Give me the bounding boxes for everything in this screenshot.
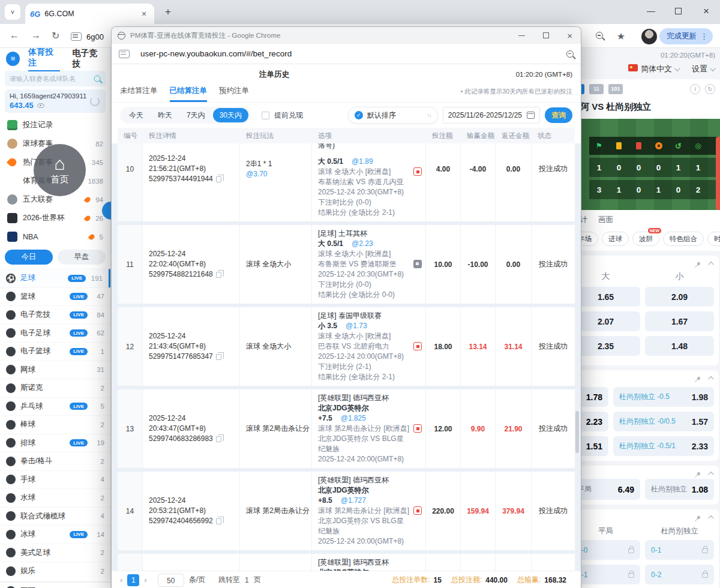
back-icon[interactable]: ← [10, 30, 19, 41]
copy-icon[interactable] [216, 518, 221, 524]
sidebar-sport-足球[interactable]: ⚽足球LIVE191 [0, 269, 110, 287]
odds-draw[interactable]: 平局6.49 [576, 479, 640, 500]
bookmark-star-icon[interactable]: ★ [617, 31, 625, 42]
score-odds-button[interactable]: 0-2 [645, 565, 714, 584]
reload-icon[interactable]: ↻ [52, 30, 59, 41]
next-page-button[interactable]: › [144, 575, 146, 584]
sidebar-sport-排球[interactable]: 排球LIVE19 [0, 434, 110, 452]
sidebar-sport-棒球[interactable]: 棒球2 [0, 415, 110, 434]
market-type-icon-2[interactable]: 101 [608, 84, 623, 94]
browser-tab[interactable]: 6G 6G.COM × [25, 4, 154, 24]
page-number-button[interactable]: 1 [127, 574, 139, 586]
panel-tab-画面[interactable]: 画面 [598, 215, 613, 225]
quick-filter-今天[interactable]: 今天 [122, 108, 150, 122]
early-cashout-checkbox[interactable] [262, 112, 269, 119]
day-tab-今日[interactable]: 今日 [5, 250, 53, 265]
copy-icon[interactable] [216, 176, 221, 182]
live-stream-icon[interactable] [413, 260, 422, 268]
sidebar-sport-斯诺克[interactable]: 斯诺克2 [0, 379, 110, 397]
eye-icon[interactable] [37, 103, 44, 108]
scrollbar-thumb[interactable] [575, 411, 579, 453]
tab-close-icon[interactable]: × [139, 9, 149, 19]
odds-button[interactable]: 1.67 [645, 311, 714, 331]
address-bar[interactable]: 6g00 [71, 29, 104, 44]
league-search-input[interactable]: 请输入联赛名或球队名 [5, 71, 106, 86]
sidebar-item-NBA[interactable]: NBA5 [0, 227, 110, 246]
day-tab-早盘[interactable]: 早盘 [58, 250, 106, 265]
refresh-icon[interactable]: ↻ [705, 84, 715, 94]
market-pill-进球[interactable]: 进球 [602, 232, 629, 246]
record-tab-已结算注单[interactable]: 已结算注单 [170, 86, 208, 102]
copy-icon[interactable] [216, 436, 221, 442]
market-pill-特色组合[interactable]: 特色组合 [663, 232, 704, 246]
odds-button[interactable]: 杜尚别独立 -0/0.51.57 [613, 412, 714, 431]
copy-icon[interactable] [216, 354, 221, 360]
sidebar-sport-水球[interactable]: 水球2 [0, 488, 110, 507]
odds-button[interactable]: 2.35 [576, 336, 640, 356]
zoom-out-icon[interactable] [566, 50, 574, 58]
sidebar-sport-拳击/格斗[interactable]: 拳击/格斗2 [0, 452, 110, 470]
home-float-button[interactable]: ⌂ 首页 [34, 144, 86, 196]
prev-page-button[interactable]: ‹ [120, 575, 122, 584]
odds-button[interactable]: 2.07 [576, 311, 640, 331]
collapse-icon[interactable] [708, 471, 714, 477]
language-selector[interactable]: 简体中文 [628, 64, 679, 74]
odds-team[interactable]: 杜尚别独立1.08 [645, 479, 714, 500]
record-tab-预约注单[interactable]: 预约注单 [219, 86, 249, 100]
promo-scroll-widget[interactable] [716, 137, 720, 210]
market-pill-时间[interactable]: 时间 [707, 232, 720, 246]
zoom-out-icon[interactable] [596, 32, 603, 39]
window-close-button[interactable]: × [703, 5, 709, 17]
popup-minimize-button[interactable] [518, 35, 525, 36]
search-icon[interactable] [94, 76, 101, 82]
score-odds-button[interactable]: 1-1 [576, 565, 640, 584]
calendar-icon[interactable] [527, 112, 535, 119]
sort-dropdown[interactable]: ✓ 默认排序 ↑↓ [348, 107, 438, 124]
pin-icon[interactable] [697, 376, 701, 380]
odds-button[interactable]: 2.09 [645, 287, 714, 307]
score-odds-button[interactable]: 0-1 [645, 540, 714, 560]
new-tab-button[interactable]: + [161, 6, 175, 18]
menu-dots-icon[interactable]: ⋮ [700, 32, 708, 41]
site-logo-icon[interactable]: ≡ [6, 52, 20, 66]
pin-icon[interactable] [697, 261, 701, 265]
sorter-icon[interactable]: ↑↓ [427, 112, 431, 118]
sidebar-sport-电子竞技[interactable]: 电子竞技LIVE84 [0, 305, 110, 324]
collapse-icon[interactable] [708, 515, 714, 521]
window-maximize-button[interactable] [675, 8, 682, 14]
collapse-icon[interactable] [708, 261, 714, 267]
window-minimize-button[interactable] [647, 11, 655, 12]
search-button[interactable]: 查询 [545, 107, 572, 123]
sidebar-sport-电子篮球[interactable]: 电子篮球LIVE1 [0, 342, 110, 361]
page-size-input[interactable]: 50 [158, 574, 184, 587]
sidebar-sport-电子足球[interactable]: 电子足球LIVE62 [0, 324, 110, 343]
live-stream-icon[interactable] [413, 506, 422, 515]
sidebar-sport-手球[interactable]: 手球4 [0, 470, 110, 489]
site-info-icon[interactable] [71, 32, 82, 41]
profile-avatar[interactable] [641, 29, 657, 44]
jump-page-input[interactable]: 1 [245, 576, 249, 584]
sidebar-item-2026-世界杯[interactable]: 2026-世界杯26 [0, 209, 110, 227]
quick-filter-30天内[interactable]: 30天内 [213, 108, 248, 122]
live-stream-icon[interactable] [413, 424, 422, 433]
date-range-picker[interactable]: 2025/11/26-2025/12/25 [443, 107, 540, 124]
popup-address-bar[interactable]: user-pc-new.youbaokun.com/#/bet_record [112, 44, 581, 64]
popup-close-button[interactable]: × [567, 31, 572, 41]
refresh-balance-icon[interactable] [90, 97, 100, 106]
sidebar-item-冠军[interactable]: 冠军145 [0, 582, 110, 588]
score-odds-button[interactable]: 0-0 [576, 540, 640, 560]
collapse-icon[interactable] [708, 376, 714, 382]
odds-button[interactable]: 杜尚别独立 -0.5/12.33 [613, 436, 714, 456]
popup-titlebar[interactable]: PM体育-亚洲在线体育竞猜投注 - Google Chrome × [112, 27, 581, 44]
copy-icon[interactable] [216, 272, 221, 278]
live-stream-icon[interactable] [413, 342, 422, 350]
sidebar-sport-篮球[interactable]: 篮球LIVE47 [0, 287, 110, 306]
odds-button[interactable]: 1.48 [645, 336, 714, 356]
chrome-update-button[interactable]: 完成更新 ⋮ [659, 28, 713, 44]
sidebar-sport-乒乓球[interactable]: 乒乓球LIVE5 [0, 397, 110, 416]
odds-button[interactable]: 1.65 [576, 287, 640, 307]
popup-maximize-button[interactable] [543, 32, 549, 38]
odds-button[interactable]: 杜尚别独立 -0.51.98 [613, 387, 714, 407]
sidebar-sport-美式足球[interactable]: 美式足球2 [0, 544, 110, 562]
site-info-icon[interactable] [119, 50, 130, 58]
